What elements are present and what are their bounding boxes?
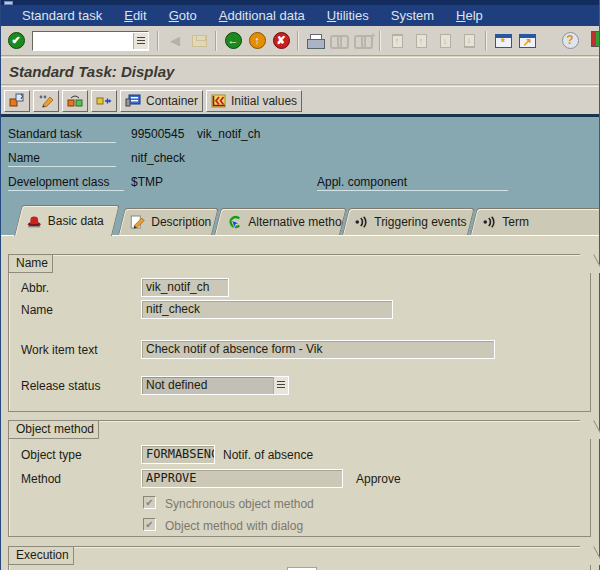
first-page-icon: ↑: [392, 34, 403, 48]
standard-task-abbr: vik_notif_ch: [197, 127, 260, 143]
menu-edit[interactable]: Edit: [124, 8, 146, 23]
toolbar-separator: [215, 31, 217, 51]
task-name-label: Name: [8, 151, 116, 167]
toolbar-separator: [485, 31, 487, 51]
development-class-label: Development class: [8, 175, 124, 191]
find-binoculars-icon: [330, 35, 349, 46]
container-button[interactable]: Container: [120, 90, 203, 112]
scroll-back-button: ◀: [163, 29, 187, 53]
release-status-dropdown[interactable]: Not defined: [141, 376, 289, 395]
tab-label: Term: [502, 215, 529, 229]
tab-label: Basic data: [48, 214, 104, 228]
tab-alternative-methods[interactable]: Alternative methods: [214, 208, 347, 235]
sap-window: Standard task Edit Goto Additional data …: [0, 0, 600, 570]
other-task-icon: [9, 93, 25, 108]
task-header-area: Standard task 99500545 vik_notif_ch Name…: [0, 117, 600, 235]
event-waves-icon: [354, 216, 368, 228]
exit-button[interactable]: ↑: [245, 29, 269, 53]
menu-help[interactable]: Help: [456, 8, 483, 23]
method-description: Approve: [356, 472, 401, 486]
method-field[interactable]: APPROVE: [141, 469, 343, 488]
appl-component-label: Appl. component: [317, 175, 508, 191]
dropdown-list-icon[interactable]: [273, 377, 288, 394]
copy-task-button[interactable]: [62, 90, 88, 112]
back-button[interactable]: ←: [221, 29, 245, 53]
tab-description[interactable]: Description: [118, 208, 219, 235]
method-with-dialog-checkbox[interactable]: ✔: [143, 518, 156, 531]
name-group-title: Name: [8, 254, 53, 273]
name-groupbox: Name Abbr. vik_notif_ch Name nitf_check …: [8, 254, 591, 412]
menubar: Standard task Edit Goto Additional data …: [0, 5, 600, 26]
command-input[interactable]: [33, 33, 133, 49]
window-left-edge: [0, 0, 1, 570]
tab-label: Description: [151, 215, 211, 229]
toolbar-separator: [379, 31, 381, 51]
other-task-button[interactable]: [4, 90, 30, 112]
title-row: Standard Task: Display: [0, 57, 600, 85]
container-icon: [125, 94, 141, 107]
release-status-value: Not defined: [142, 377, 273, 394]
toolbar-separator: [297, 31, 299, 51]
page-up-icon: ↑: [416, 34, 427, 48]
menu-goto[interactable]: Goto: [169, 8, 197, 23]
synchronous-method-checkbox[interactable]: ✔: [143, 496, 156, 509]
where-used-icon: [96, 93, 112, 108]
command-field-wrap: [32, 31, 149, 51]
print-icon: [307, 34, 323, 48]
toolbar-separator: [157, 31, 159, 51]
cancel-button[interactable]: ✘: [269, 29, 293, 53]
command-dropdown-icon[interactable]: [133, 33, 148, 49]
help-icon: ?: [562, 32, 579, 49]
object-method-group-title: Object method: [8, 420, 99, 439]
standard-task-number[interactable]: 99500545: [131, 127, 184, 143]
enter-button[interactable]: ✔: [4, 29, 28, 53]
initial-values-button[interactable]: Initial values: [206, 90, 302, 112]
shortcut-icon: ↗: [519, 34, 536, 48]
development-class-value: $TMP: [131, 175, 163, 191]
standard-toolbar: ✔ ◀ ← ↑ ✘ + ↑ ↑ ↓ ↓ * ↗ ?: [0, 26, 600, 56]
new-session-icon: *: [495, 34, 512, 48]
print-button[interactable]: [303, 29, 327, 53]
menu-standard-task[interactable]: Standard task: [22, 8, 102, 23]
hat-icon: [27, 215, 42, 228]
group-title-edge: [580, 420, 600, 439]
task-name-value: nitf_check: [131, 151, 185, 167]
tab-label: Alternative methods: [248, 215, 342, 229]
back-triangle-icon: ◀: [170, 33, 180, 48]
name-field[interactable]: nitf_check: [141, 300, 393, 319]
group-title-edge: [580, 254, 600, 273]
execution-group-title: Execution: [8, 546, 74, 565]
last-page-button: ↓: [457, 29, 481, 53]
method-with-dialog-label: Object method with dialog: [165, 519, 303, 533]
name-label: Name: [21, 303, 53, 317]
exit-arrow-icon: ↑: [249, 32, 266, 49]
application-toolbar: Container Initial values: [0, 86, 600, 114]
group-title-edge: [580, 546, 600, 565]
menu-additional-data[interactable]: Additional data: [219, 8, 305, 23]
work-item-text-field[interactable]: Check notif of absence form - Vik: [141, 340, 495, 359]
synchronous-method-label: Synchronous object method: [165, 497, 314, 511]
new-session-button[interactable]: *: [491, 29, 515, 53]
page-down-icon: ↓: [440, 34, 451, 48]
enter-check-icon: ✔: [8, 32, 25, 49]
create-shortcut-button[interactable]: ↗: [515, 29, 539, 53]
standard-task-label: Standard task: [8, 127, 116, 143]
save-button: [187, 29, 211, 53]
menu-system[interactable]: System: [391, 8, 434, 23]
menu-utilities[interactable]: Utilities: [327, 8, 369, 23]
tab-triggering-events[interactable]: Triggering events: [342, 208, 475, 235]
find-next-button: +: [351, 29, 375, 53]
help-button[interactable]: ?: [558, 28, 582, 52]
display-change-button[interactable]: [33, 90, 59, 112]
object-type-label: Object type: [21, 448, 82, 462]
basic-data-panel: Name Abbr. vik_notif_ch Name nitf_check …: [0, 235, 600, 570]
tab-basic-data[interactable]: Basic data: [14, 205, 120, 236]
abbr-field[interactable]: vik_notif_ch: [141, 278, 229, 297]
where-used-button[interactable]: [91, 90, 117, 112]
cancel-x-icon: ✘: [273, 32, 290, 49]
find-button: [327, 29, 351, 53]
object-type-field[interactable]: FORMABSENC: [141, 445, 215, 464]
pencil-page-icon: [130, 215, 145, 229]
object-type-description: Notif. of absence: [223, 448, 313, 462]
tab-terminating-events[interactable]: Term: [470, 208, 600, 235]
